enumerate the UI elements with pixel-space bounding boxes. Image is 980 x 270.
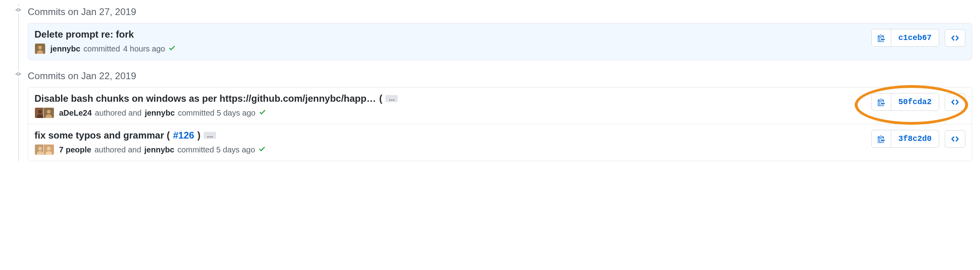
commit-sha-link[interactable]: 50fcda2 <box>891 93 939 110</box>
commits-timeline: Commits on Jan 27, 2019Delete prompt re:… <box>8 4 972 161</box>
commit-title-text[interactable]: fix some typos and grammar ( <box>34 130 170 141</box>
commit-meta-text: authored and <box>95 108 142 118</box>
svg-point-13 <box>47 147 50 150</box>
commit-author[interactable]: 7 people <box>59 145 91 154</box>
commit-date-header: Commits on Jan 22, 2019 <box>28 68 972 87</box>
commit-author[interactable]: aDeLe24 <box>59 108 92 118</box>
commit-date-group: Commits on Jan 27, 2019Delete prompt re:… <box>28 4 972 60</box>
commit-item: fix some typos and grammar (#126)…7 peop… <box>28 124 972 161</box>
commit-title[interactable]: Delete prompt re: fork <box>34 29 863 40</box>
svg-point-1 <box>38 46 42 49</box>
commit-marker-icon <box>15 6 22 13</box>
copy-sha-button[interactable] <box>872 93 891 110</box>
expand-message-button[interactable]: … <box>204 132 216 139</box>
commit-title[interactable]: fix some typos and grammar (#126)… <box>34 130 863 141</box>
check-icon[interactable] <box>258 145 266 155</box>
commit-actions: c1ceb67 <box>871 29 965 47</box>
commit-meta-text: authored and <box>94 145 141 154</box>
expand-message-button[interactable]: … <box>385 95 398 102</box>
commit-committer[interactable]: jennybc <box>145 108 175 118</box>
avatar[interactable] <box>43 107 54 118</box>
commit-marker-icon <box>15 70 22 78</box>
svg-point-10 <box>38 147 42 150</box>
commit-details: Delete prompt re: forkjennybccommitted4 … <box>34 29 863 54</box>
check-icon[interactable] <box>168 44 176 54</box>
avatar-stack[interactable] <box>34 144 56 155</box>
svg-point-4 <box>38 110 42 114</box>
commit-meta: 7 peopleauthored andjennybccommitted 5 d… <box>34 144 863 155</box>
commit-actions: 3f8c2d0 <box>871 130 965 148</box>
copy-sha-button[interactable] <box>872 130 891 147</box>
commit-title-issue-link[interactable]: #126 <box>173 130 194 141</box>
commit-meta: jennybccommitted4 hours ago <box>34 43 863 54</box>
commit-time: committed 5 days ago <box>178 108 256 118</box>
browse-code-button[interactable] <box>945 130 965 148</box>
copy-sha-button[interactable] <box>872 29 891 46</box>
sha-button-group: 3f8c2d0 <box>871 130 939 148</box>
browse-code-button[interactable] <box>945 93 965 111</box>
commit-committer[interactable]: jennybc <box>144 145 174 154</box>
commit-title-suffix: ) <box>197 130 201 141</box>
commit-title[interactable]: Disable bash chunks on windows as per ht… <box>34 93 863 104</box>
commit-actions: 50fcda2 <box>871 93 965 111</box>
check-icon[interactable] <box>258 108 266 118</box>
commit-details: fix some typos and grammar (#126)…7 peop… <box>34 130 863 155</box>
commit-sha-link[interactable]: c1ceb67 <box>891 29 939 46</box>
svg-point-7 <box>47 110 50 114</box>
commit-meta-text: committed <box>84 44 120 53</box>
avatar-stack[interactable] <box>34 43 47 54</box>
commit-title-text[interactable]: Disable bash chunks on windows as per ht… <box>34 93 376 104</box>
commit-details: Disable bash chunks on windows as per ht… <box>34 93 863 118</box>
commit-date-header: Commits on Jan 27, 2019 <box>28 4 972 23</box>
avatar[interactable] <box>43 144 54 155</box>
commit-author[interactable]: jennybc <box>50 44 80 53</box>
sha-button-group: 50fcda2 <box>871 93 939 111</box>
sha-button-group: c1ceb67 <box>871 29 939 47</box>
commit-title-suffix: ( <box>379 93 382 104</box>
browse-code-button[interactable] <box>945 29 965 47</box>
commit-item: Disable bash chunks on windows as per ht… <box>28 87 972 124</box>
avatar-stack[interactable] <box>34 107 56 118</box>
commit-time: committed 5 days ago <box>178 145 255 154</box>
commit-list: Disable bash chunks on windows as per ht… <box>28 87 972 161</box>
commit-meta: aDeLe24authored andjennybccommitted 5 da… <box>34 107 863 118</box>
commit-title-text[interactable]: Delete prompt re: fork <box>34 29 134 40</box>
commit-date-group: Commits on Jan 22, 2019Disable bash chun… <box>28 68 972 161</box>
commit-sha-link[interactable]: 3f8c2d0 <box>891 130 939 147</box>
commit-item: Delete prompt re: forkjennybccommitted4 … <box>28 23 972 60</box>
avatar[interactable] <box>34 43 46 54</box>
commit-list: Delete prompt re: forkjennybccommitted4 … <box>28 23 972 60</box>
commit-time: 4 hours ago <box>123 44 165 53</box>
timeline-line <box>18 4 19 161</box>
